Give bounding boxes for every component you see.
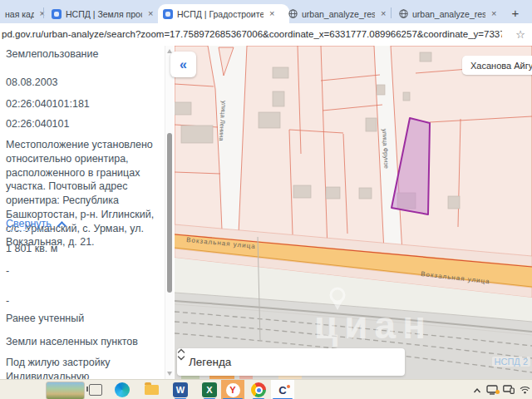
file-explorer-button[interactable]: [143, 380, 160, 399]
close-icon[interactable]: ×: [38, 9, 47, 18]
word-icon: W: [173, 382, 188, 397]
close-icon[interactable]: ×: [490, 9, 498, 18]
chrome-button[interactable]: [250, 380, 267, 399]
status-value: Ранее учтенный: [6, 312, 162, 326]
excel-button[interactable]: X: [201, 380, 218, 399]
close-icon[interactable]: ×: [379, 9, 387, 18]
collapse-link[interactable]: Свернуть: [6, 217, 162, 231]
cian-icon: C: [278, 384, 286, 397]
map-canvas[interactable]: циан улица Ленина улица Фрунзе Вокзальна…: [175, 46, 532, 379]
tab-separator: [391, 7, 392, 18]
yandex-browser-button[interactable]: Y: [221, 380, 244, 399]
registration-date: 08.08.2003: [6, 76, 162, 90]
yandex-icon: Y: [226, 383, 240, 397]
empty-value-2: -: [6, 294, 162, 308]
scroll-down-arrow-icon[interactable]: [167, 372, 172, 376]
show-hidden-icons-chevron[interactable]: [473, 382, 481, 397]
url-bar: pd.gov.ru/urban-analyze/search?zoom=17.7…: [0, 23, 532, 47]
chevron-up-icon: [57, 221, 66, 230]
tab-pdf-4[interactable]: urban_analyze_result (4).pdf ×: [394, 4, 509, 23]
tab-title: НСПД | Земля просто: [66, 9, 142, 19]
task-view-icon: [89, 384, 102, 396]
wifi-icon[interactable]: [520, 382, 530, 397]
device-cast-icon[interactable]: [503, 382, 515, 397]
excel-icon: X: [202, 382, 217, 397]
bookmark-star-icon[interactable]: ☆: [515, 23, 525, 46]
word-button[interactable]: W: [172, 380, 189, 399]
land-category-value: Земли населенных пунктов: [6, 335, 162, 349]
screen: ная када × НСПД | Земля просто × НСПД | …: [0, 0, 532, 399]
map-graphics: циан улица Ленина улица Фрунзе Вокзальна…: [175, 46, 532, 379]
tab-title: ная када: [5, 9, 34, 19]
folder-icon: [145, 385, 159, 395]
nspd-favicon: [52, 9, 62, 19]
watermark-text: циан: [314, 303, 432, 347]
chrome-icon: [251, 382, 266, 397]
address-description: Местоположение установлено относительно …: [6, 138, 162, 249]
display-notification-icon[interactable]: [486, 385, 498, 395]
tab-title: НСПД | Градостроительна: [177, 9, 264, 19]
system-tray: [473, 380, 532, 399]
cadastral-number: 02:26:040101:181: [6, 97, 162, 111]
globe-icon: [288, 9, 298, 18]
nspd-favicon: [163, 9, 173, 19]
user-account-button[interactable]: Хасанова Айгул: [462, 56, 532, 75]
tab-pdf-6[interactable]: urban_analyze_result (6).pdf ×: [283, 4, 398, 23]
new-tab-button[interactable]: +: [505, 3, 525, 22]
map-attribution: НСПД 2: [492, 357, 530, 367]
edge-icon: [115, 382, 130, 397]
notification-badge: [495, 390, 500, 394]
address-input[interactable]: pd.gov.ru/urban-analyze/search?zoom=17.7…: [2, 23, 502, 46]
parcel-info-panel: Землепользование 08.08.2003 02:26:040101…: [0, 46, 175, 379]
browser-tab-bar: ная када × НСПД | Земля просто × НСПД | …: [0, 0, 532, 23]
tab-title: urban_analyze_result (4).pdf: [412, 9, 485, 19]
taskbar: W X Y C: [0, 379, 532, 399]
panel-collapse-button[interactable]: «: [170, 52, 196, 77]
empty-value-1: -: [6, 264, 162, 278]
tab-title: urban_analyze_result (6).pdf: [302, 9, 375, 19]
tab-nspd-gradostroitelnaya-active[interactable]: НСПД | Градостроительна ×: [158, 4, 289, 23]
scrollbar-thumb[interactable]: [167, 133, 172, 293]
land-use-value: Землепользование: [6, 47, 162, 62]
legend-label: Легенда: [189, 356, 231, 368]
cadastral-quarter: 02:26:040101: [6, 117, 162, 131]
globe-icon: [399, 9, 408, 18]
panel-scrollbar[interactable]: [165, 46, 174, 379]
legend-panel[interactable]: Легенда: [177, 348, 405, 376]
close-icon[interactable]: ×: [146, 9, 155, 18]
collapse-link-label[interactable]: Свернуть: [6, 219, 52, 231]
close-icon[interactable]: ×: [268, 9, 276, 18]
area-value: 1 801 кв. м: [6, 242, 162, 256]
task-view-button[interactable]: [87, 380, 104, 399]
cian-app-button[interactable]: C: [271, 380, 294, 399]
tab-separator: [43, 7, 44, 18]
desktop-preview-thumbnail[interactable]: [46, 382, 85, 399]
tab-nspd-zemlya[interactable]: НСПД | Земля просто ×: [47, 4, 165, 23]
edge-browser-button[interactable]: [114, 380, 131, 399]
